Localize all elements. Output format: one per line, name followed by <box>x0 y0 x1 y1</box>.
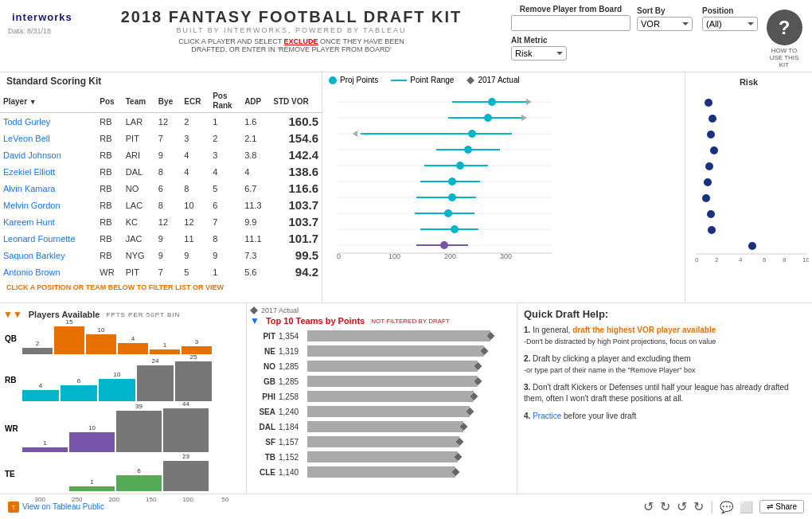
team-row[interactable]: GB 1,285 <box>253 374 510 388</box>
team-bar-diamond-icon <box>486 332 494 340</box>
table-row[interactable]: Ezekiel Elliott RB DAL 8 4 4 4 138.6 <box>0 163 322 180</box>
player-table: Player ▼ Pos Team Bye ECR PosRank ADP ST… <box>0 90 322 280</box>
redo-icon[interactable]: ↻ <box>660 499 670 514</box>
player-bye: 7 <box>155 130 181 146</box>
team-row[interactable]: NE 1,319 <box>253 344 510 358</box>
svg-point-32 <box>448 193 456 201</box>
x-label-50: 50 <box>208 496 244 503</box>
vor-player-highlight: draft the highest VOR player available <box>572 326 716 334</box>
actual-2017-label: 2017 Actual <box>478 76 519 84</box>
player-vor: 154.6 <box>270 130 322 146</box>
player-ecr: 3 <box>181 130 209 146</box>
team-row[interactable]: DAL 1,184 <box>253 419 510 434</box>
player-bye: 6 <box>155 180 181 197</box>
player-adp: 2.1 <box>241 130 270 146</box>
table-row[interactable]: Saquon Barkley RB NYG 9 9 9 7.3 99.5 <box>0 247 322 263</box>
point-range-line <box>391 80 407 81</box>
undo-icon[interactable]: ↺ <box>643 499 654 514</box>
wr-bar-row: WR 1 10 39 44 <box>22 404 243 452</box>
right-panel: Risk 0 2 4 6 8 10 <box>685 72 812 302</box>
how-to-label: HOW TO USE THIS KIT <box>764 47 804 68</box>
player-pos-rank: 7 <box>209 213 241 230</box>
player-name: Antonio Brown <box>0 263 96 280</box>
controls-row: Sort By VOR Position (All) <box>637 6 758 31</box>
team-bar <box>307 436 459 447</box>
click-exclude-text: EXCLUDE <box>284 37 318 45</box>
team-bar-diamond-icon <box>452 468 460 476</box>
team-row[interactable]: NO 1,285 <box>253 359 510 373</box>
player-pos-rank: 4 <box>209 163 241 180</box>
sort-by-select[interactable]: VOR <box>637 17 693 31</box>
team-bar-diamond-icon <box>474 362 482 370</box>
quick-help-item-1: 1. In general, draft the highest VOR pla… <box>524 325 806 347</box>
back-icon[interactable]: ↺ <box>677 499 687 514</box>
tableau-public-link[interactable]: View on Tableau Public <box>22 502 104 511</box>
table-row[interactable]: Melvin Gordon RB LAC 8 10 6 11.3 103.7 <box>0 197 322 213</box>
player-ecr: 9 <box>181 247 209 263</box>
team-row[interactable]: SF 1,157 <box>253 435 510 449</box>
player-team: NYG <box>123 247 155 263</box>
help-button[interactable]: ? <box>767 10 802 45</box>
team-bar-container <box>307 361 510 372</box>
rb-bar-2 <box>61 385 97 401</box>
risk-chart-area: 0 2 4 6 8 10 <box>689 88 809 299</box>
remove-player-input[interactable] <box>511 15 630 31</box>
team-row[interactable]: CLE 1,140 <box>253 465 510 479</box>
team-row[interactable]: PHI 1,258 <box>253 389 510 404</box>
x-label-300: 300 <box>22 496 58 503</box>
qb-bar-2 <box>54 326 84 354</box>
player-team: KC <box>123 213 155 230</box>
player-bye: 8 <box>155 163 181 180</box>
player-ecr: 4 <box>181 146 209 163</box>
practice-link[interactable]: Practice <box>533 412 561 420</box>
player-vor: 94.2 <box>270 263 322 280</box>
proj-points-dot <box>329 76 337 84</box>
table-row[interactable]: Todd Gurley RB LAR 12 2 1 1.6 160.5 <box>0 113 322 131</box>
forward-icon[interactable]: ↻ <box>693 499 704 514</box>
title-area: 2018 FANTASY FOOTBALL DRAFT KIT BUILT BY… <box>72 6 511 53</box>
player-filter-icon[interactable]: ▼ <box>29 98 37 106</box>
col-pos: Pos <box>96 90 122 113</box>
team-bar-diamond-icon <box>460 423 468 431</box>
rb-bar-row: RB 4 6 10 24 25 <box>22 357 243 401</box>
team-name: SF <box>253 438 275 447</box>
logo-icon <box>8 6 9 27</box>
player-vor: 116.6 <box>270 180 322 197</box>
te-label: TE <box>5 469 15 478</box>
risk-header: Risk <box>689 76 809 88</box>
table-row[interactable]: David Johnson RB ARI 9 4 3 3.8 142.4 <box>0 146 322 163</box>
scatter-chart: 0 100 200 300 <box>322 88 685 302</box>
team-bar-container <box>307 436 510 447</box>
table-row[interactable]: Alvin Kamara RB NO 6 8 5 6.7 116.6 <box>0 180 322 197</box>
table-row[interactable]: Leonard Fournette RB JAC 9 11 8 11.1 101… <box>0 230 322 247</box>
team-name: SEA <box>253 408 275 416</box>
svg-marker-24 <box>353 131 357 137</box>
sort-by-label: Sort By <box>637 6 693 15</box>
export-icon[interactable]: ⬜ <box>740 501 753 513</box>
team-value: 1,285 <box>279 362 304 371</box>
team-bar-diamond-icon <box>470 392 478 400</box>
svg-text:8: 8 <box>783 256 787 263</box>
player-adp: 5.6 <box>241 263 270 280</box>
player-adp: 7.3 <box>241 247 270 263</box>
share-button[interactable]: ⇌ Share <box>759 500 804 513</box>
teams-list: PIT 1,354 NE 1,319 NO 1,285 <box>250 327 513 482</box>
team-bar <box>307 391 474 402</box>
team-row[interactable]: TB 1,152 <box>253 450 510 464</box>
position-select[interactable]: (All) <box>702 17 758 31</box>
alt-metric-select[interactable]: Risk <box>511 46 567 60</box>
player-vor: 138.6 <box>270 163 322 180</box>
team-row[interactable]: PIT 1,354 <box>253 329 510 343</box>
table-row[interactable]: Kareem Hunt RB KC 12 12 7 9.9 103.7 <box>0 213 322 230</box>
svg-point-53 <box>707 210 715 218</box>
te-bar-placeholder1 <box>22 486 68 491</box>
team-row[interactable]: SEA 1,240 <box>253 404 510 419</box>
table-row[interactable]: LeVeon Bell RB PIT 7 3 2 2.1 154.6 <box>0 130 322 146</box>
player-team: LAR <box>123 113 155 131</box>
table-row[interactable]: Antonio Brown WR PIT 7 5 1 5.6 94.2 <box>0 263 322 280</box>
team-bar-diamond-icon <box>456 438 464 446</box>
comment-icon[interactable]: 💬 <box>720 501 733 513</box>
top-teams-panel: 2017 Actual ▼ Top 10 Teams by Points NOT… <box>247 303 517 494</box>
svg-point-48 <box>707 131 715 139</box>
te-bar-2 <box>116 475 162 491</box>
